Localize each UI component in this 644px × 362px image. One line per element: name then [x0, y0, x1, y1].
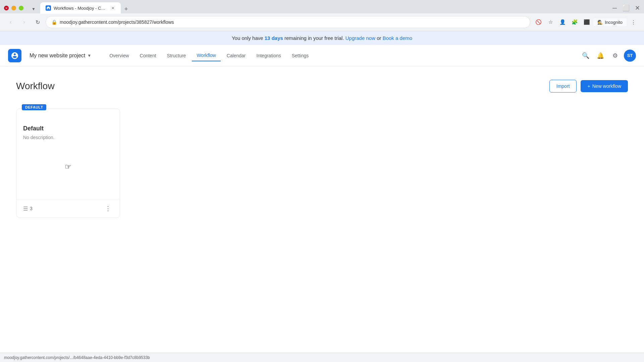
banner-days: 13 days [265, 35, 283, 41]
bookmark-btn[interactable]: ☆ [545, 17, 556, 27]
lock-icon: 🔒 [51, 19, 57, 25]
bell-icon: 🔔 [597, 52, 604, 59]
incognito-icon: 🕵️ [597, 20, 603, 25]
nav-content[interactable]: Content [135, 50, 161, 61]
plus-icon: + [587, 83, 590, 89]
status-bar: moodjoy.gathercontent.com/projects/.../b… [0, 353, 644, 362]
browser-tabs: ▼ Workflows - Moodjoy - Conte... ✕ + [29, 2, 607, 14]
status-url: moodjoy.gathercontent.com/projects/.../b… [4, 355, 150, 360]
nav-settings[interactable]: Settings [287, 50, 314, 61]
header-actions: 🔍 🔔 ⚙ ST [580, 50, 636, 62]
workflow-card-body: Default No description. ☞ [16, 114, 120, 199]
window-controls: ✕ [4, 6, 23, 10]
restore-icon[interactable]: ⬜ [622, 4, 630, 12]
steps-icon: ☰ [23, 205, 28, 212]
grid-icon: ⚙ [612, 52, 618, 59]
notifications-btn[interactable]: 🔔 [594, 50, 606, 62]
search-btn[interactable]: 🔍 [580, 50, 592, 62]
window-maximize-btn[interactable] [19, 6, 23, 10]
nav-structure[interactable]: Structure [162, 50, 191, 61]
workflow-card-title: Default [23, 125, 113, 132]
reload-btn[interactable]: ↻ [32, 17, 43, 27]
eye-off-btn[interactable]: 🚫 [533, 17, 544, 27]
sidebar-btn[interactable]: ⬛ [581, 17, 592, 27]
workflow-badge-default: DEFAULT [22, 104, 46, 110]
browser-titlebar: ✕ ▼ Workflows - Moodjoy - Conte... ✕ + ─… [0, 0, 644, 13]
extensions-btn[interactable]: 🧩 [569, 17, 580, 27]
address-bar[interactable]: 🔒 moodjoy.gathercontent.com/projects/385… [46, 16, 530, 28]
apps-btn[interactable]: ⚙ [609, 50, 621, 62]
tab-title: Workflows - Moodjoy - Conte... [54, 6, 107, 11]
new-workflow-button[interactable]: + New workflow [581, 80, 628, 92]
url-text: moodjoy.gathercontent.com/projects/38582… [60, 19, 525, 25]
app-logo[interactable] [8, 49, 21, 62]
step-count-value: 3 [30, 206, 33, 211]
menu-btn[interactable]: ⋮ [628, 17, 639, 27]
tab-group-btn[interactable]: ▼ [29, 4, 38, 14]
close-window-icon[interactable]: ✕ [635, 4, 640, 12]
back-btn[interactable]: ‹ [5, 17, 16, 27]
browser-chrome: ✕ ▼ Workflows - Moodjoy - Conte... ✕ + ─… [0, 0, 644, 31]
incognito-label: Incognito [605, 20, 623, 25]
workflow-step-count: ☰ 3 [23, 205, 33, 212]
incognito-badge: 🕵️ Incognito [593, 18, 627, 26]
nav-overview[interactable]: Overview [105, 50, 133, 61]
window-close-btn[interactable]: ✕ [4, 6, 9, 10]
window-minimize-btn[interactable] [11, 6, 16, 10]
browser-nav: ‹ › ↻ 🔒 moodjoy.gathercontent.com/projec… [0, 13, 644, 31]
page-header: Workflow Import + New workflow [16, 80, 628, 93]
workflow-card-content-area: ☞ [23, 140, 113, 194]
project-name: My new website project [30, 53, 85, 59]
app-nav: Overview Content Structure Workflow Cale… [105, 50, 580, 61]
new-tab-btn[interactable]: + [121, 4, 131, 14]
nav-integrations[interactable]: Integrations [252, 50, 286, 61]
trial-banner: You only have 13 days remaining in your … [0, 31, 644, 45]
app-header: My new website project ▼ Overview Conten… [0, 45, 644, 66]
banner-text-before: You only have [232, 35, 265, 41]
project-selector[interactable]: My new website project ▼ [27, 51, 94, 61]
upgrade-link[interactable]: Upgrade now [345, 35, 375, 41]
banner-text-after: remaining in your free trial. [284, 35, 345, 41]
import-button[interactable]: Import [549, 80, 577, 93]
avatar-initials: ST [627, 53, 633, 58]
cursor-indicator: ☞ [65, 163, 71, 171]
search-icon: 🔍 [582, 52, 589, 59]
browser-action-buttons: 🚫 ☆ 👤 🧩 ⬛ 🕵️ Incognito ⋮ [533, 17, 639, 27]
workflow-card-default[interactable]: DEFAULT Default No description. ☞ ☰ 3 ⋮ [16, 109, 120, 218]
banner-or: or [377, 35, 383, 41]
tab-close-btn[interactable]: ✕ [110, 5, 115, 11]
window-action-btns: ─ ⬜ ✕ [612, 4, 640, 12]
new-workflow-label: New workflow [592, 83, 621, 89]
workflow-more-btn[interactable]: ⋮ [103, 203, 113, 214]
page-title: Workflow [16, 81, 55, 92]
page-actions: Import + New workflow [549, 80, 628, 93]
forward-btn[interactable]: › [19, 17, 30, 27]
main-content: Workflow Import + New workflow DEFAULT D… [0, 66, 644, 231]
nav-calendar[interactable]: Calendar [222, 50, 251, 61]
nav-workflow[interactable]: Workflow [192, 50, 220, 61]
project-chevron-icon: ▼ [87, 53, 91, 58]
demo-link[interactable]: Book a demo [383, 35, 412, 41]
workflow-grid: DEFAULT Default No description. ☞ ☰ 3 ⋮ [16, 109, 628, 218]
workflow-card-footer: ☰ 3 ⋮ [16, 199, 120, 218]
tab-favicon [46, 5, 51, 11]
minimize-icon[interactable]: ─ [612, 5, 617, 12]
workflow-card-description: No description. [23, 135, 113, 140]
profile-btn[interactable]: 👤 [557, 17, 568, 27]
user-avatar[interactable]: ST [624, 50, 636, 62]
active-tab[interactable]: Workflows - Moodjoy - Conte... ✕ [40, 2, 121, 14]
